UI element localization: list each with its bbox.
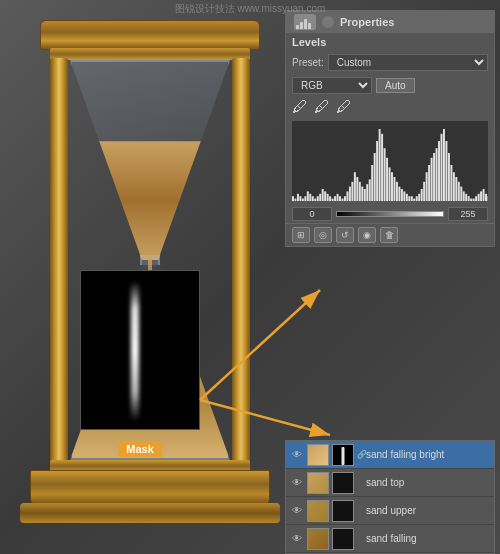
glass-top-chamber: [70, 60, 230, 260]
layer-visibility-eye[interactable]: 👁: [290, 504, 304, 518]
layer-thumbnail: [307, 472, 329, 494]
black-input[interactable]: [292, 207, 332, 221]
input-levels-row[interactable]: [286, 205, 494, 223]
view-mask-icon[interactable]: ◎: [314, 227, 332, 243]
layer-name: sand upper: [366, 505, 490, 516]
layer-link-icon: 🔗: [357, 450, 363, 459]
levels-row: Levels: [286, 33, 494, 51]
mask-image: Mask: [80, 270, 200, 430]
hourglass-top-cap: [40, 20, 260, 50]
layer-thumbnail: [307, 500, 329, 522]
levels-slider[interactable]: [336, 211, 444, 217]
black-point-eyedropper[interactable]: 🖊: [292, 99, 310, 115]
hourglass-top-bar: [50, 48, 250, 60]
preset-select[interactable]: Custom: [328, 54, 488, 71]
layer-row-sand-falling[interactable]: 👁 sand falling: [286, 525, 494, 553]
layer-mask-thumbnail[interactable]: [332, 444, 354, 466]
layers-panel: 👁 🔗 sand falling bright 👁 sand top 👁 san…: [285, 440, 495, 554]
mask-streak: [131, 281, 139, 421]
layer-mask-thumbnail[interactable]: [332, 500, 354, 522]
watermark: 图锐设计技法 www.missyuan.com: [175, 2, 326, 16]
layer-visibility-eye[interactable]: 👁: [290, 532, 304, 546]
layer-row-sand-falling-bright[interactable]: 👁 🔗 sand falling bright: [286, 441, 494, 469]
pillar-right: [232, 58, 250, 498]
channel-select[interactable]: RGB: [292, 77, 372, 94]
visibility-icon[interactable]: ◉: [358, 227, 376, 243]
eyedropper-tools: 🖊 🖊 🖊: [286, 97, 494, 117]
layer-name: sand falling bright: [366, 449, 490, 460]
reset-icon[interactable]: ↺: [336, 227, 354, 243]
midpoint-eyedropper[interactable]: 🖊: [314, 99, 332, 115]
properties-panel: Properties Levels Preset: Custom RGB Aut…: [285, 10, 495, 247]
white-point-eyedropper[interactable]: 🖊: [336, 99, 354, 115]
levels-label: Levels: [292, 36, 326, 48]
levels-icon: [294, 14, 316, 30]
mask-label: Mask: [118, 441, 162, 457]
layer-name: sand top: [366, 477, 490, 488]
sand-top: [72, 141, 228, 260]
layer-thumbnail: [307, 444, 329, 466]
layer-mask-thumbnail[interactable]: [332, 528, 354, 550]
preset-row[interactable]: Preset: Custom: [286, 51, 494, 74]
layer-thumbnail: [307, 528, 329, 550]
pillar-left: [50, 58, 68, 498]
layer-row-sand-top[interactable]: 👁 sand top: [286, 469, 494, 497]
histogram-canvas: [292, 121, 488, 201]
layer-visibility-eye[interactable]: 👁: [290, 448, 304, 462]
toolbar-row: ⊞ ◎ ↺ ◉ 🗑: [286, 223, 494, 246]
channel-row[interactable]: RGB Auto: [286, 74, 494, 97]
hourglass-bottom-cap: [30, 470, 270, 505]
layer-row-sand-upper[interactable]: 👁 sand upper: [286, 497, 494, 525]
delete-icon[interactable]: 🗑: [380, 227, 398, 243]
auto-button[interactable]: Auto: [376, 78, 415, 93]
preset-label: Preset:: [292, 57, 324, 68]
layer-name: sand falling: [366, 533, 490, 544]
white-input[interactable]: [448, 207, 488, 221]
circle-icon: [322, 16, 334, 28]
hourglass-foot: [20, 503, 280, 523]
clip-to-layer-icon[interactable]: ⊞: [292, 227, 310, 243]
histogram: [292, 121, 488, 201]
layer-visibility-eye[interactable]: 👁: [290, 476, 304, 490]
properties-title-text: Properties: [340, 16, 394, 28]
layer-mask-thumbnail[interactable]: [332, 472, 354, 494]
